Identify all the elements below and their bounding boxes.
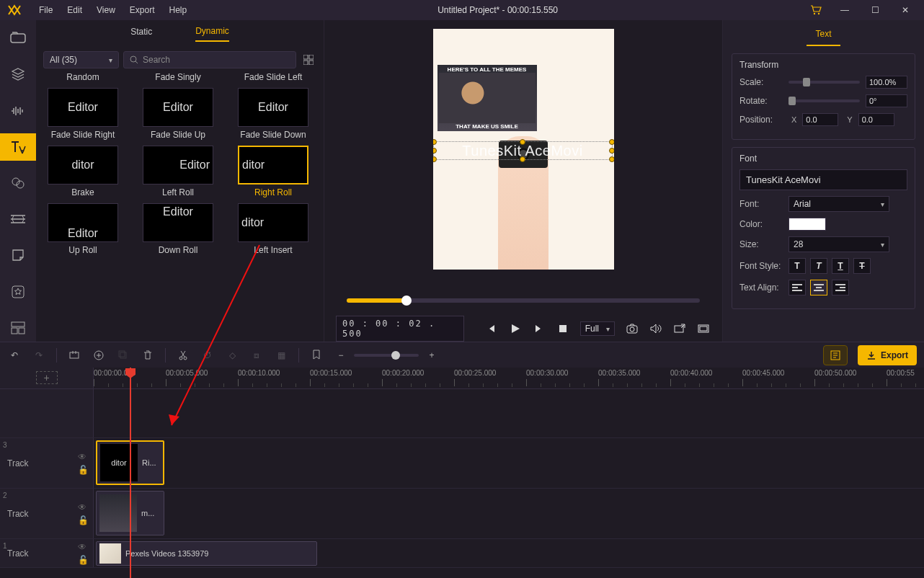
snapshot-icon[interactable]: [625, 321, 639, 336]
minimize-button[interactable]: —: [830, 1, 859, 19]
next-frame-icon[interactable]: [532, 321, 546, 336]
stop-icon[interactable]: [556, 321, 569, 336]
lock-icon[interactable]: 🔓: [78, 555, 89, 565]
asset-item[interactable]: Random: [43, 74, 123, 82]
asset-item[interactable]: EditorLeft Roll: [138, 146, 218, 197]
media-icon[interactable]: [0, 25, 36, 52]
fx-icon[interactable]: [0, 169, 36, 197]
rotate-slider[interactable]: [788, 99, 860, 102]
playback-knob[interactable]: [401, 295, 412, 306]
text-content-input[interactable]: [739, 169, 907, 190]
scale-slider[interactable]: [788, 81, 860, 84]
menu-export[interactable]: Export: [123, 2, 162, 18]
grid-view-icon[interactable]: [301, 52, 316, 68]
asset-item[interactable]: EditorFade Slide Up: [138, 88, 218, 140]
color-swatch[interactable]: [788, 218, 826, 231]
zoom-knob[interactable]: [391, 351, 400, 360]
slider-knob[interactable]: [788, 97, 796, 105]
tab-static[interactable]: Static: [130, 27, 152, 41]
tab-dynamic[interactable]: Dynamic: [195, 26, 229, 42]
asset-filter-dropdown[interactable]: All (35): [43, 51, 119, 68]
split-icon[interactable]: [176, 348, 190, 363]
asset-item[interactable]: EditorDown Roll: [138, 203, 218, 255]
aspect-dropdown[interactable]: Full: [580, 321, 615, 336]
sticker-icon[interactable]: [0, 241, 36, 269]
resize-handle[interactable]: [609, 139, 614, 145]
zoom-out-icon[interactable]: −: [334, 348, 348, 363]
align-right-button[interactable]: [832, 280, 849, 295]
delete-icon[interactable]: [141, 348, 155, 363]
crop-icon[interactable]: ⧈: [249, 348, 264, 363]
resize-handle[interactable]: [433, 148, 437, 154]
align-center-button[interactable]: [810, 280, 827, 295]
play-icon[interactable]: [508, 321, 522, 336]
time-ruler[interactable]: 00:00:00.00000:00:05.00000:00:10.00000:0…: [94, 368, 924, 388]
mosaic-icon[interactable]: ▦: [274, 348, 288, 363]
menu-file[interactable]: File: [32, 2, 60, 18]
tool-icon[interactable]: [67, 348, 81, 363]
visibility-icon[interactable]: 👁: [78, 502, 89, 512]
cart-icon[interactable]: [801, 1, 830, 19]
close-button[interactable]: ✕: [891, 1, 920, 19]
preview-canvas[interactable]: HERE'S TO ALL THE MEMES THAT MAKE US SMI…: [433, 29, 614, 270]
speed-icon[interactable]: ⏱: [200, 348, 215, 363]
resize-handle[interactable]: [520, 156, 525, 162]
playhead[interactable]: [130, 368, 131, 578]
zoom-slider[interactable]: [354, 354, 419, 357]
resize-handle[interactable]: [433, 139, 437, 145]
redo-icon[interactable]: ↷: [32, 348, 46, 363]
italic-button[interactable]: T: [810, 258, 827, 274]
menu-help[interactable]: Help: [162, 2, 195, 18]
underline-button[interactable]: T: [832, 258, 849, 274]
strike-button[interactable]: T: [853, 258, 871, 274]
asset-item[interactable]: EditorUp Roll: [43, 203, 123, 255]
lock-icon[interactable]: 🔓: [78, 465, 89, 475]
favorite-icon[interactable]: [0, 278, 36, 306]
rotate-value[interactable]: 0°: [866, 94, 907, 107]
audio-icon[interactable]: [0, 97, 36, 124]
asset-item-selected[interactable]: ditorRight Roll: [234, 146, 313, 197]
playback-slider[interactable]: [347, 298, 700, 303]
copy-icon[interactable]: [116, 348, 130, 363]
resize-handle[interactable]: [433, 156, 437, 162]
position-y-value[interactable]: 0.0: [858, 113, 894, 126]
resize-handle[interactable]: [520, 139, 525, 145]
export-button[interactable]: Export: [858, 345, 917, 365]
scale-value[interactable]: 100.0%: [866, 76, 907, 89]
resize-handle[interactable]: [609, 148, 614, 154]
asset-item[interactable]: Fade Slide Left: [234, 74, 313, 82]
menu-edit[interactable]: Edit: [60, 2, 89, 18]
align-left-button[interactable]: [788, 280, 806, 295]
asset-item[interactable]: EditorFade Slide Right: [43, 88, 123, 140]
text-overlay-selected[interactable]: TunesKit AceMovi: [433, 141, 613, 160]
prev-frame-icon[interactable]: [484, 321, 498, 336]
size-dropdown[interactable]: 28: [788, 236, 889, 252]
marker-icon[interactable]: [309, 348, 324, 363]
visibility-icon[interactable]: 👁: [78, 452, 89, 462]
visibility-icon[interactable]: 👁: [78, 542, 89, 552]
asset-item[interactable]: ditorBrake: [43, 146, 123, 197]
lock-icon[interactable]: 🔓: [78, 515, 89, 525]
rotate-icon[interactable]: ◇: [225, 348, 239, 363]
slider-knob[interactable]: [803, 78, 810, 86]
bold-button[interactable]: T: [788, 258, 806, 274]
add-icon[interactable]: [92, 348, 106, 363]
fullscreen-icon[interactable]: [697, 321, 711, 336]
menu-view[interactable]: View: [89, 2, 123, 18]
font-dropdown[interactable]: Arial: [788, 196, 889, 212]
detach-icon[interactable]: [672, 321, 686, 336]
templates-icon[interactable]: [0, 314, 36, 342]
search-input[interactable]: Search: [123, 51, 296, 68]
maximize-button[interactable]: ☐: [861, 1, 889, 19]
text-icon[interactable]: [0, 133, 36, 161]
resize-handle[interactable]: [609, 156, 614, 162]
asset-item[interactable]: Fade Singly: [138, 74, 218, 82]
undo-icon[interactable]: ↶: [7, 348, 22, 363]
layers-icon[interactable]: [0, 61, 36, 88]
transitions-icon[interactable]: [0, 205, 36, 233]
position-x-value[interactable]: 0.0: [802, 113, 838, 126]
zoom-in-icon[interactable]: +: [425, 348, 439, 363]
asset-item[interactable]: ditorLeft Insert: [234, 203, 313, 255]
add-track-button[interactable]: +: [36, 371, 58, 384]
inspector-tab-text[interactable]: Text: [807, 25, 840, 46]
